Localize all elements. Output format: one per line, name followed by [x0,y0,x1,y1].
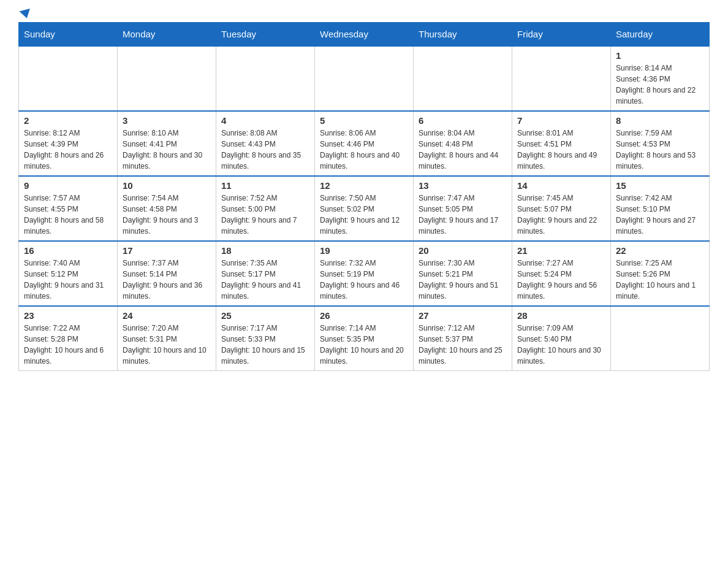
day-number: 6 [419,115,507,126]
day-number: 2 [24,115,112,126]
day-info: Sunrise: 7:17 AMSunset: 5:33 PMDaylight:… [221,323,309,367]
header-saturday: Saturday [611,23,710,47]
day-info: Sunrise: 7:30 AMSunset: 5:21 PMDaylight:… [419,258,507,302]
calendar-cell [315,46,414,111]
header-thursday: Thursday [414,23,512,47]
calendar-cell: 15Sunrise: 7:42 AMSunset: 5:10 PMDayligh… [611,176,710,241]
day-info: Sunrise: 8:12 AMSunset: 4:39 PMDaylight:… [24,128,112,172]
day-info: Sunrise: 7:27 AMSunset: 5:24 PMDaylight:… [517,258,605,302]
calendar-cell: 10Sunrise: 7:54 AMSunset: 4:58 PMDayligh… [118,176,216,241]
calendar-week-row: 16Sunrise: 7:40 AMSunset: 5:12 PMDayligh… [19,241,710,306]
day-info: Sunrise: 7:59 AMSunset: 4:53 PMDaylight:… [616,128,704,172]
day-number: 8 [616,115,704,126]
day-info: Sunrise: 8:04 AMSunset: 4:48 PMDaylight:… [419,128,507,172]
day-number: 18 [221,245,309,256]
calendar-header-row: SundayMondayTuesdayWednesdayThursdayFrid… [19,23,710,47]
header-wednesday: Wednesday [315,23,414,47]
day-info: Sunrise: 7:45 AMSunset: 5:07 PMDaylight:… [517,193,605,237]
page-header [18,12,710,16]
calendar-cell: 1Sunrise: 8:14 AMSunset: 4:36 PMDaylight… [611,46,710,111]
day-number: 21 [517,245,605,256]
calendar-cell: 23Sunrise: 7:22 AMSunset: 5:28 PMDayligh… [19,306,118,371]
calendar-cell: 3Sunrise: 8:10 AMSunset: 4:41 PMDaylight… [118,111,216,176]
calendar-cell: 5Sunrise: 8:06 AMSunset: 4:46 PMDaylight… [315,111,414,176]
day-info: Sunrise: 8:08 AMSunset: 4:43 PMDaylight:… [221,128,309,172]
day-info: Sunrise: 7:12 AMSunset: 5:37 PMDaylight:… [419,323,507,367]
day-number: 28 [517,310,605,321]
calendar-cell: 21Sunrise: 7:27 AMSunset: 5:24 PMDayligh… [512,241,611,306]
calendar-cell: 28Sunrise: 7:09 AMSunset: 5:40 PMDayligh… [512,306,611,371]
day-info: Sunrise: 7:37 AMSunset: 5:14 PMDaylight:… [123,258,211,302]
calendar-week-row: 23Sunrise: 7:22 AMSunset: 5:28 PMDayligh… [19,306,710,371]
calendar-cell: 16Sunrise: 7:40 AMSunset: 5:12 PMDayligh… [19,241,118,306]
day-info: Sunrise: 8:10 AMSunset: 4:41 PMDaylight:… [123,128,211,172]
day-number: 10 [123,180,211,191]
calendar-cell [611,306,710,371]
day-number: 22 [616,245,704,256]
calendar-cell: 27Sunrise: 7:12 AMSunset: 5:37 PMDayligh… [414,306,512,371]
calendar-cell: 25Sunrise: 7:17 AMSunset: 5:33 PMDayligh… [216,306,315,371]
calendar-cell: 14Sunrise: 7:45 AMSunset: 5:07 PMDayligh… [512,176,611,241]
day-info: Sunrise: 7:35 AMSunset: 5:17 PMDaylight:… [221,258,309,302]
calendar-cell: 2Sunrise: 8:12 AMSunset: 4:39 PMDaylight… [19,111,118,176]
day-info: Sunrise: 8:01 AMSunset: 4:51 PMDaylight:… [517,128,605,172]
day-info: Sunrise: 8:14 AMSunset: 4:36 PMDaylight:… [616,63,704,107]
logo [18,12,31,16]
calendar-cell: 17Sunrise: 7:37 AMSunset: 5:14 PMDayligh… [118,241,216,306]
logo-triangle-icon [19,9,32,20]
day-number: 3 [123,115,211,126]
calendar-cell: 4Sunrise: 8:08 AMSunset: 4:43 PMDaylight… [216,111,315,176]
day-number: 20 [419,245,507,256]
header-tuesday: Tuesday [216,23,315,47]
header-friday: Friday [512,23,611,47]
day-number: 4 [221,115,309,126]
calendar-cell: 12Sunrise: 7:50 AMSunset: 5:02 PMDayligh… [315,176,414,241]
day-number: 9 [24,180,112,191]
day-number: 27 [419,310,507,321]
day-number: 11 [221,180,309,191]
day-number: 1 [616,50,704,61]
calendar-cell: 26Sunrise: 7:14 AMSunset: 5:35 PMDayligh… [315,306,414,371]
day-number: 13 [419,180,507,191]
day-info: Sunrise: 7:20 AMSunset: 5:31 PMDaylight:… [123,323,211,367]
day-number: 23 [24,310,112,321]
calendar-cell [19,46,118,111]
day-info: Sunrise: 7:22 AMSunset: 5:28 PMDaylight:… [24,323,112,367]
day-number: 16 [24,245,112,256]
calendar-cell [414,46,512,111]
calendar-cell: 24Sunrise: 7:20 AMSunset: 5:31 PMDayligh… [118,306,216,371]
calendar-week-row: 1Sunrise: 8:14 AMSunset: 4:36 PMDaylight… [19,46,710,111]
calendar-cell: 7Sunrise: 8:01 AMSunset: 4:51 PMDaylight… [512,111,611,176]
day-info: Sunrise: 7:42 AMSunset: 5:10 PMDaylight:… [616,193,704,237]
calendar-cell: 13Sunrise: 7:47 AMSunset: 5:05 PMDayligh… [414,176,512,241]
day-info: Sunrise: 7:14 AMSunset: 5:35 PMDaylight:… [320,323,408,367]
day-number: 26 [320,310,408,321]
day-number: 14 [517,180,605,191]
day-info: Sunrise: 7:52 AMSunset: 5:00 PMDaylight:… [221,193,309,237]
calendar-cell: 8Sunrise: 7:59 AMSunset: 4:53 PMDaylight… [611,111,710,176]
calendar-cell: 6Sunrise: 8:04 AMSunset: 4:48 PMDaylight… [414,111,512,176]
day-info: Sunrise: 7:32 AMSunset: 5:19 PMDaylight:… [320,258,408,302]
day-number: 25 [221,310,309,321]
calendar-cell [216,46,315,111]
calendar-cell: 11Sunrise: 7:52 AMSunset: 5:00 PMDayligh… [216,176,315,241]
day-info: Sunrise: 7:54 AMSunset: 4:58 PMDaylight:… [123,193,211,237]
calendar-cell: 9Sunrise: 7:57 AMSunset: 4:55 PMDaylight… [19,176,118,241]
calendar-cell: 18Sunrise: 7:35 AMSunset: 5:17 PMDayligh… [216,241,315,306]
day-number: 15 [616,180,704,191]
day-number: 7 [517,115,605,126]
day-number: 17 [123,245,211,256]
day-info: Sunrise: 7:47 AMSunset: 5:05 PMDaylight:… [419,193,507,237]
day-number: 19 [320,245,408,256]
day-number: 24 [123,310,211,321]
day-info: Sunrise: 7:09 AMSunset: 5:40 PMDaylight:… [517,323,605,367]
day-number: 12 [320,180,408,191]
day-info: Sunrise: 7:25 AMSunset: 5:26 PMDaylight:… [616,258,704,302]
calendar-cell [118,46,216,111]
calendar-week-row: 9Sunrise: 7:57 AMSunset: 4:55 PMDaylight… [19,176,710,241]
calendar-cell [512,46,611,111]
calendar-cell: 19Sunrise: 7:32 AMSunset: 5:19 PMDayligh… [315,241,414,306]
calendar-cell: 20Sunrise: 7:30 AMSunset: 5:21 PMDayligh… [414,241,512,306]
header-monday: Monday [118,23,216,47]
calendar-cell: 22Sunrise: 7:25 AMSunset: 5:26 PMDayligh… [611,241,710,306]
